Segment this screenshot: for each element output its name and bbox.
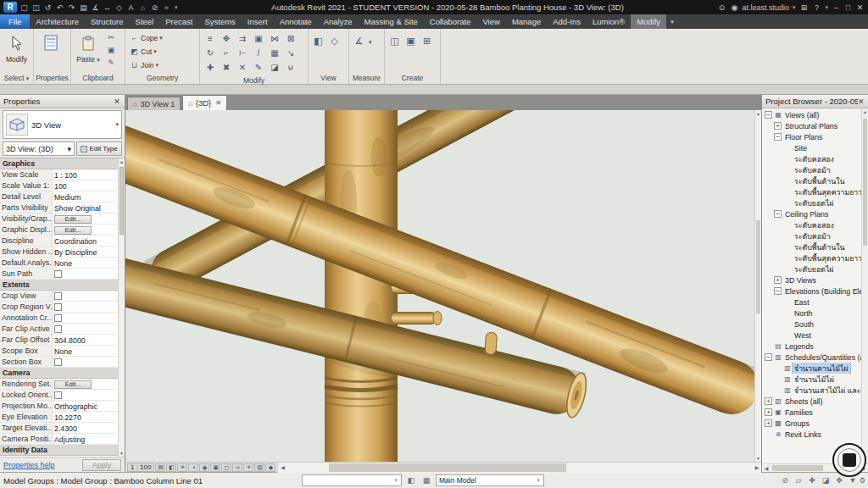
expand-icon[interactable]: + [774, 276, 782, 284]
edit-button[interactable]: Edit... [54, 380, 92, 389]
cut-icon[interactable]: ✂ [105, 31, 117, 43]
redo-icon[interactable]: ↷ [66, 2, 77, 13]
view-tab[interactable]: ⌂3D View 1 [127, 97, 181, 110]
reveal-hidden-icon[interactable]: ☀ [243, 463, 253, 472]
panel-label-select[interactable]: Select ▾ [0, 73, 33, 84]
property-checkbox[interactable] [54, 391, 62, 399]
app-menu-button[interactable]: R [3, 2, 17, 13]
qat-customize-caret-icon[interactable]: ▾ [175, 4, 178, 11]
tree-item[interactable]: −Floor Plans [762, 131, 861, 142]
ribbon-tab-steel[interactable]: Steel [130, 14, 160, 29]
viewport-vertical-scrollbar[interactable]: ▲ ▼ [754, 110, 761, 462]
cut-profile-icon[interactable]: ◪ [267, 60, 282, 74]
tree-item[interactable]: ระดับคอม้า [762, 230, 861, 241]
match-icon[interactable]: ✎ [251, 60, 266, 74]
section-icon[interactable]: ⊘ [149, 2, 160, 13]
tree-item[interactable]: ▥จำนวนเสาไม้ไผ่ และเสาคอนกรีต [762, 385, 861, 396]
property-checkbox[interactable] [54, 270, 62, 278]
property-value[interactable]: None [53, 258, 118, 268]
browser-vertical-scrollbar[interactable]: ▲ ▼ [861, 108, 868, 463]
create-group-icon[interactable]: ⊞ [420, 33, 434, 48]
measure-caret-icon[interactable]: ▾ [369, 39, 372, 46]
render-icon[interactable]: ◉ [199, 463, 209, 472]
sun-path-icon[interactable]: ☀ [177, 463, 187, 472]
worksets-combo[interactable]: ▾ [302, 474, 402, 486]
measure-icon[interactable]: ∡ [90, 2, 101, 13]
user-icon[interactable]: ◉ [729, 3, 739, 12]
join-geometry-button[interactable]: ⊔Join▾ [128, 58, 164, 71]
tree-item[interactable]: +Structural Plans [762, 120, 861, 131]
cut-geometry-button[interactable]: ◩Cut▾ [128, 45, 164, 58]
select-pinned-icon[interactable]: ✚ [806, 474, 818, 486]
rotate-icon[interactable]: ↻ [203, 46, 218, 59]
property-group-header[interactable]: Graphics [0, 158, 118, 169]
property-value[interactable]: Edit... [53, 225, 118, 235]
tree-item[interactable]: South [762, 319, 861, 330]
tree-item[interactable]: +3D Views [762, 274, 861, 286]
align-icon[interactable]: ≡ [203, 31, 218, 45]
property-value[interactable]: Medium [53, 191, 118, 202]
property-checkbox[interactable] [54, 292, 62, 300]
ribbon-tab-add-ins[interactable]: Add-Ins [547, 14, 587, 29]
tree-item[interactable]: ระดับคอสอง [762, 153, 861, 164]
tag-icon[interactable]: ◇ [114, 2, 125, 13]
close-button[interactable]: ✕ [855, 3, 865, 12]
tree-item[interactable]: ระดับพื้นสุดความยาวเสา [762, 186, 861, 197]
property-group-header[interactable]: Identity Data [0, 445, 118, 456]
ribbon-collapse-caret-icon[interactable]: ▾ [666, 14, 678, 29]
collapse-icon[interactable]: − [765, 353, 772, 361]
tree-item[interactable]: ▥จำนวนคานไม้ไผ่ [762, 363, 861, 374]
app-store-icon[interactable]: ⊞ [798, 3, 809, 12]
tree-item[interactable]: ▤Legends [762, 341, 861, 352]
property-value[interactable] [53, 357, 118, 367]
delete-icon[interactable]: ✕ [235, 60, 250, 74]
help-icon[interactable]: ? [811, 3, 821, 12]
ribbon-tab-architecture[interactable]: Architecture [30, 14, 85, 29]
expand-icon[interactable]: + [765, 408, 772, 416]
undo-icon[interactable]: ↶ [54, 2, 65, 13]
property-value[interactable] [53, 269, 118, 279]
text-icon[interactable]: A [125, 2, 136, 13]
mirror-axis-icon[interactable]: ⊠ [283, 31, 298, 45]
property-value[interactable] [53, 390, 118, 400]
view-tab[interactable]: ⌂{3D}✕ [182, 95, 227, 110]
move-icon[interactable]: ✥ [219, 31, 234, 45]
property-checkbox[interactable] [54, 303, 62, 311]
property-value[interactable]: 304.8000 [53, 335, 118, 345]
type-selector-caret-icon[interactable]: ▾ [115, 121, 119, 128]
cope-button[interactable]: ⌐Cope▾ [128, 31, 164, 44]
property-value[interactable]: 100 [53, 180, 118, 191]
properties-help-link[interactable]: Properties help [3, 461, 55, 469]
view-selector-combo[interactable]: 3D View: (3D) ▾ [3, 141, 75, 156]
tree-item[interactable]: +▣Families [762, 407, 861, 418]
collapse-icon[interactable]: − [765, 111, 772, 119]
project-browser-close-icon[interactable]: ✕ [858, 97, 865, 106]
array-icon[interactable]: ▦ [267, 46, 282, 59]
copy-element-icon[interactable]: ▣ [251, 31, 266, 45]
property-group-header[interactable]: Extents [0, 280, 118, 291]
select-by-face-icon[interactable]: ◪ [820, 474, 832, 486]
extend-icon[interactable]: ⊢ [235, 46, 250, 59]
detail-level-icon[interactable]: ▤ [155, 463, 165, 472]
hide-elements-icon[interactable]: ◇ [327, 33, 342, 48]
view-scale-button[interactable]: 1 : 100 [127, 463, 154, 472]
property-checkbox[interactable] [54, 358, 62, 366]
collapse-icon[interactable]: − [774, 287, 782, 295]
tree-item[interactable]: East [762, 297, 861, 308]
ribbon-tab-systems[interactable]: Systems [198, 14, 241, 29]
ribbon-tab-modify[interactable]: Modify [631, 14, 666, 29]
user-menu-caret-icon[interactable]: ▾ [793, 4, 796, 11]
type-selector[interactable]: 3D View ▾ [3, 110, 122, 139]
property-value[interactable]: Edit... [53, 379, 118, 389]
property-value[interactable]: 2.4300 [53, 423, 118, 433]
worksharing-icon[interactable]: ◧ [405, 474, 417, 486]
split-icon[interactable]: / [251, 46, 266, 59]
property-checkbox[interactable] [54, 325, 62, 333]
properties-toggle-button[interactable] [36, 30, 65, 54]
collapse-icon[interactable]: − [774, 133, 782, 141]
collapse-icon[interactable]: − [774, 210, 782, 218]
drag-on-selection-icon[interactable]: ✥ [833, 474, 845, 486]
pin-icon[interactable]: ✚ [203, 60, 218, 74]
property-value[interactable]: 1 : 100 [53, 169, 118, 180]
ribbon-tab-file[interactable]: File [0, 14, 30, 29]
